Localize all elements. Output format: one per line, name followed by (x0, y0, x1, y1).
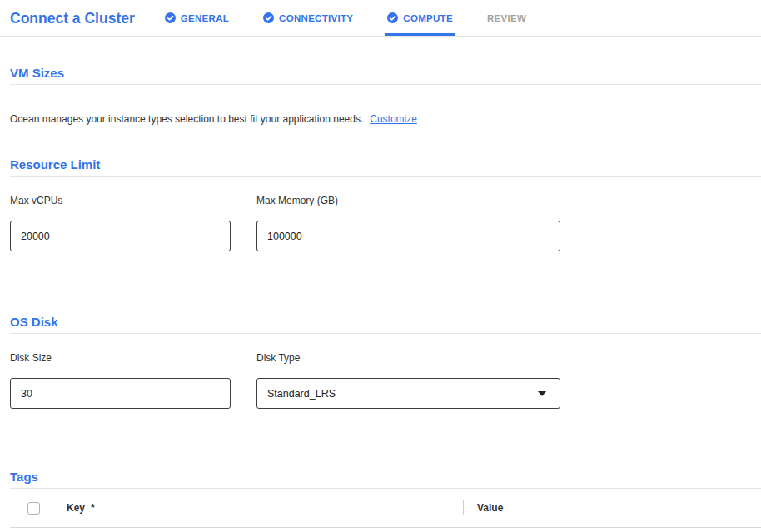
tags-heading: Tags (10, 469, 761, 489)
max-vcpus-input[interactable] (10, 221, 231, 251)
resource-limit-heading: Resource Limit (10, 157, 761, 177)
disk-type-label: Disk Type (256, 352, 573, 364)
tab-connectivity[interactable]: CONNECTIVITY (263, 0, 353, 36)
disk-type-field-group: Disk Type Standard_LRS (256, 352, 573, 409)
tags-column-key: Key * (67, 502, 463, 514)
resource-limit-fields: Max vCPUs Max Memory (GB) (10, 195, 761, 251)
tab-label: CONNECTIVITY (279, 13, 353, 23)
check-circle-icon (165, 12, 176, 23)
disk-type-select[interactable]: Standard_LRS (256, 378, 560, 409)
max-vcpus-field-group: Max vCPUs (10, 195, 256, 251)
required-marker: * (91, 502, 95, 514)
value-column-label: Value (477, 502, 503, 514)
os-disk-fields: Disk Size Disk Type Standard_LRS (10, 352, 761, 409)
tab-label: REVIEW (487, 13, 526, 23)
disk-size-label: Disk Size (10, 352, 256, 364)
key-column-label: Key (67, 502, 85, 514)
max-memory-label: Max Memory (GB) (256, 195, 573, 206)
caret-down-icon (538, 391, 546, 396)
column-divider (463, 500, 464, 515)
tab-general[interactable]: GENERAL (165, 0, 229, 36)
tab-review[interactable]: REVIEW (487, 0, 526, 36)
max-memory-field-group: Max Memory (GB) (256, 195, 573, 251)
vm-sizes-heading: VM Sizes (10, 65, 761, 85)
select-all-checkbox[interactable] (27, 502, 40, 515)
page-title: Connect a Cluster (10, 10, 135, 27)
wizard-header: Connect a Cluster GENERAL CONNECTIVITY C… (0, 0, 761, 37)
customize-link[interactable]: Customize (370, 113, 417, 125)
vm-sizes-description-text: Ocean manages your instance types select… (10, 113, 363, 125)
disk-size-field-group: Disk Size (10, 352, 256, 409)
tab-label: COMPUTE (403, 13, 453, 23)
disk-type-selected-value: Standard_LRS (267, 388, 336, 400)
tags-table-header-row: Key * Value (10, 489, 761, 528)
max-memory-input[interactable] (256, 221, 560, 251)
wizard-tabs: GENERAL CONNECTIVITY COMPUTE REVIEW (165, 0, 560, 36)
tab-label: GENERAL (181, 13, 229, 23)
disk-size-input[interactable] (10, 378, 231, 409)
tab-compute[interactable]: COMPUTE (387, 0, 453, 36)
os-disk-heading: OS Disk (10, 314, 761, 334)
check-circle-icon (263, 12, 274, 23)
vm-sizes-description: Ocean manages your instance types select… (10, 112, 761, 126)
check-circle-icon (387, 12, 398, 23)
max-vcpus-label: Max vCPUs (10, 195, 256, 206)
